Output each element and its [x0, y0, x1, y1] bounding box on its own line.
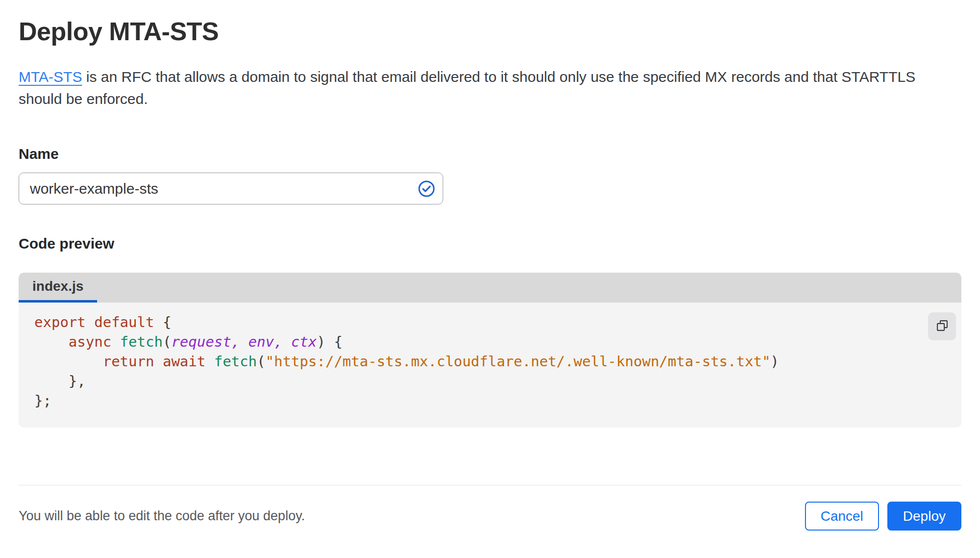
code-line: return await fetch("https://mta-sts.mx.c…: [34, 352, 961, 371]
description: MTA-STS is an RFC that allows a domain t…: [19, 66, 940, 110]
cancel-button[interactable]: Cancel: [805, 502, 879, 531]
code-preview-card: index.js export default { async fetch(re…: [19, 273, 961, 428]
code-line: export default {: [34, 312, 961, 332]
name-input[interactable]: [19, 173, 443, 204]
tab-index-js[interactable]: index.js: [19, 273, 97, 303]
code-line: async fetch(request, env, ctx) {: [34, 332, 961, 352]
copy-code-button[interactable]: [928, 312, 956, 340]
footer-divider: [19, 485, 961, 485]
code-area: export default { async fetch(request, en…: [19, 303, 961, 428]
deploy-mta-sts-page: Deploy MTA-STS MTA-STS is an RFC that al…: [0, 0, 980, 531]
code-preview-label: Code preview: [19, 235, 961, 253]
code-tabbar: index.js: [19, 273, 961, 303]
check-circle-icon: [418, 180, 435, 198]
tab-label: index.js: [32, 279, 83, 294]
deploy-button[interactable]: Deploy: [887, 502, 961, 531]
copy-icon: [935, 319, 949, 334]
code-block: export default { async fetch(request, en…: [34, 312, 961, 410]
name-label: Name: [19, 145, 961, 163]
footer-note: You will be able to edit the code after …: [19, 508, 305, 524]
description-text: is an RFC that allows a domain to signal…: [19, 69, 915, 107]
page-title: Deploy MTA-STS: [19, 0, 961, 46]
code-line: };: [34, 391, 961, 410]
code-line: },: [34, 371, 961, 391]
name-input-wrap: [19, 173, 443, 204]
mta-sts-link[interactable]: MTA-STS: [19, 69, 82, 85]
footer: You will be able to edit the code after …: [19, 502, 961, 531]
footer-actions: Cancel Deploy: [805, 502, 961, 531]
